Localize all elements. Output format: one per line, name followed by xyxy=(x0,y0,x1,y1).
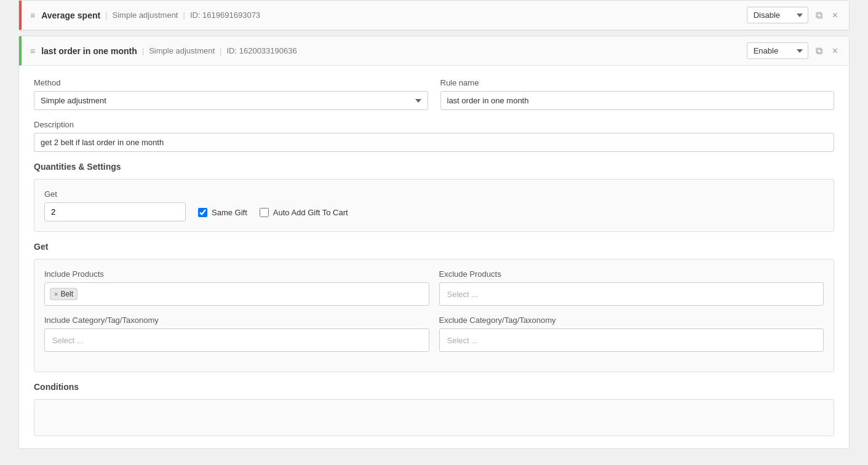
exclude-products-placeholder: Select ... xyxy=(445,288,481,300)
top-rule-sep2: | xyxy=(183,10,185,20)
method-label: Method xyxy=(34,78,428,87)
main-rule-actions: Enable Disable ⧉ × xyxy=(747,42,840,59)
products-grid: Include Products × Belt Exclude Products xyxy=(44,269,824,306)
conditions-title: Conditions xyxy=(34,382,834,392)
main-rule-body: Method Simple adjustment Rule name Descr… xyxy=(19,66,849,448)
main-rule-sep2: | xyxy=(220,46,221,55)
same-gift-group: Same Gift xyxy=(198,208,247,217)
main-rule-status-select[interactable]: Enable Disable xyxy=(747,42,808,59)
auto-add-checkbox[interactable] xyxy=(260,208,269,217)
top-rule-card: ≡ Average spent | Simple adjustment | ID… xyxy=(18,0,850,31)
exclude-category-input[interactable]: Select ... xyxy=(439,328,824,352)
method-group: Method Simple adjustment xyxy=(34,78,428,110)
top-rule-sep1: | xyxy=(105,10,107,20)
main-drag-icon[interactable]: ≡ xyxy=(30,46,35,56)
rule-name-group: Rule name xyxy=(440,78,835,110)
main-rule-sep1: | xyxy=(142,46,144,55)
exclude-category-placeholder: Select ... xyxy=(445,335,481,346)
method-select[interactable]: Simple adjustment xyxy=(34,91,428,110)
exclude-category-label: Exclude Category/Tag/Taxonomy xyxy=(439,316,824,325)
main-rule-close-button[interactable]: × xyxy=(830,45,840,57)
rule-name-label: Rule name xyxy=(440,78,835,87)
method-row: Method Simple adjustment Rule name xyxy=(34,78,834,110)
top-rule-method: Simple adjustment xyxy=(113,10,178,20)
main-rule-method: Simple adjustment xyxy=(149,46,215,55)
get-row: Same Gift Auto Add Gift To Cart xyxy=(44,202,824,221)
main-rule-id: ID: 1620033190636 xyxy=(226,46,297,55)
belt-tag: × Belt xyxy=(50,288,78,300)
main-rule-copy-button[interactable]: ⧉ xyxy=(813,45,825,57)
get-label: Get xyxy=(44,189,824,199)
description-label: Description xyxy=(34,120,834,129)
exclude-products-input[interactable]: Select ... xyxy=(439,282,824,306)
include-category-label: Include Category/Tag/Taxonomy xyxy=(44,316,429,325)
belt-tag-label: Belt xyxy=(60,290,73,298)
top-rule-title: Average spent xyxy=(41,10,100,20)
auto-add-label[interactable]: Auto Add Gift To Cart xyxy=(273,208,348,217)
description-input[interactable] xyxy=(34,133,834,152)
exclude-category-group: Exclude Category/Tag/Taxonomy Select ... xyxy=(439,316,824,352)
include-products-input[interactable]: × Belt xyxy=(44,282,429,306)
top-rule-header: ≡ Average spent | Simple adjustment | ID… xyxy=(19,1,849,30)
drag-icon[interactable]: ≡ xyxy=(30,10,35,20)
main-rule-card: ≡ last order in one month | Simple adjus… xyxy=(18,36,850,449)
top-rule-actions: Disable Enable ⧉ × xyxy=(747,7,840,23)
get-section: Include Products × Belt Exclude Products xyxy=(34,259,834,372)
same-gift-checkbox[interactable] xyxy=(198,208,207,217)
include-products-group: Include Products × Belt xyxy=(44,269,429,306)
conditions-section xyxy=(34,399,834,436)
same-gift-label[interactable]: Same Gift xyxy=(212,208,247,217)
exclude-products-group: Exclude Products Select ... xyxy=(439,269,824,306)
belt-tag-remove[interactable]: × xyxy=(54,290,58,298)
include-category-placeholder: Select ... xyxy=(50,335,86,346)
description-group: Description xyxy=(34,120,834,152)
main-rule-header: ≡ last order in one month | Simple adjus… xyxy=(19,36,849,66)
main-rule-title: last order in one month xyxy=(41,46,137,56)
top-rule-copy-button[interactable]: ⧉ xyxy=(813,9,825,22)
exclude-products-label: Exclude Products xyxy=(439,269,824,279)
get-section-title: Get xyxy=(34,242,834,252)
quantities-title: Quantities & Settings xyxy=(34,162,834,172)
top-rule-close-button[interactable]: × xyxy=(830,9,840,22)
include-products-label: Include Products xyxy=(44,269,429,279)
get-quantity-input[interactable] xyxy=(44,202,186,221)
auto-add-group: Auto Add Gift To Cart xyxy=(260,208,348,217)
top-rule-status-select[interactable]: Disable Enable xyxy=(747,7,808,23)
category-grid: Include Category/Tag/Taxonomy Select ...… xyxy=(44,316,824,352)
include-category-input[interactable]: Select ... xyxy=(44,328,429,352)
page-wrapper: ≡ Average spent | Simple adjustment | ID… xyxy=(0,0,868,465)
quantities-box: Get Same Gift Auto Add Gift To Cart xyxy=(34,179,834,232)
top-rule-id: ID: 1619691693073 xyxy=(190,10,260,20)
rule-name-input[interactable] xyxy=(440,91,835,110)
include-category-group: Include Category/Tag/Taxonomy Select ... xyxy=(44,316,429,352)
